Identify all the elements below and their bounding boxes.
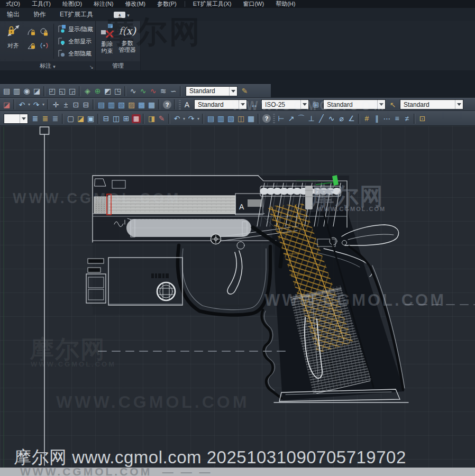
publish-icon[interactable]: ⊞ bbox=[121, 113, 131, 124]
designcenter-icon-2[interactable]: ▥ bbox=[216, 113, 226, 124]
dim-ordinate-icon[interactable]: ⊥ bbox=[306, 113, 316, 124]
plot-preview-icon[interactable]: ◫ bbox=[111, 113, 121, 124]
angular-constraint-icon[interactable] bbox=[25, 25, 38, 39]
combo-arrow-icon[interactable] bbox=[377, 100, 385, 109]
copy-edges-icon[interactable]: ◩ bbox=[103, 86, 113, 96]
intersect-icon[interactable]: ◉ bbox=[22, 86, 32, 96]
tab-output[interactable]: 输出 bbox=[0, 10, 26, 19]
save-file-icon[interactable]: ▣ bbox=[86, 113, 96, 124]
mleader-style-icon[interactable]: ↖ bbox=[388, 99, 398, 110]
symmetric-constraint-icon[interactable] bbox=[38, 39, 51, 52]
union-icon[interactable]: ▤ bbox=[2, 86, 12, 96]
dim-space-icon[interactable]: ≡ bbox=[392, 113, 402, 124]
markup-manager-icon-2[interactable]: ◫ bbox=[236, 113, 246, 124]
layer-combo[interactable] bbox=[4, 114, 28, 124]
designcenter-icon[interactable]: ▥ bbox=[106, 99, 116, 110]
spline-edit-icon[interactable]: ∽ bbox=[168, 86, 178, 96]
dropdown-caret-icon[interactable]: ▾ bbox=[196, 116, 200, 121]
sheetset-manager-icon[interactable]: ▨ bbox=[126, 99, 136, 110]
dim-baseline-icon[interactable]: ∥ bbox=[372, 113, 382, 124]
markup-manager-icon[interactable]: ▩ bbox=[136, 99, 147, 110]
vertical-xline[interactable] bbox=[40, 127, 49, 465]
tool-palettes-icon[interactable]: ▧ bbox=[116, 99, 126, 110]
ribbon-display-toggle[interactable] bbox=[114, 11, 130, 19]
tab-express-tools[interactable]: ET扩展工具 bbox=[53, 10, 100, 19]
align-constraint-button[interactable]: 对齐 bbox=[2, 23, 24, 50]
dim-jogged-icon[interactable]: ∿ bbox=[326, 113, 336, 124]
make-object-layer-current-icon[interactable]: ≣ bbox=[40, 113, 50, 124]
imprint-icon[interactable]: ◈ bbox=[83, 86, 93, 96]
table-style-combo[interactable]: Standard bbox=[323, 99, 386, 109]
toolbar-grip[interactable] bbox=[179, 100, 181, 109]
dialog-launcher-icon[interactable] bbox=[89, 63, 94, 70]
dim-continue-icon[interactable]: ⋯ bbox=[382, 113, 392, 124]
dim-style-icon[interactable]: ↔ bbox=[249, 99, 259, 110]
quick-dim-icon[interactable]: # bbox=[362, 113, 372, 124]
text-style-combo[interactable]: Standard bbox=[194, 99, 247, 109]
pan-icon[interactable]: ✛ bbox=[51, 99, 61, 110]
combo-arrow-icon[interactable] bbox=[20, 114, 28, 123]
fit-spline-icon[interactable]: ∿ bbox=[128, 86, 138, 96]
redo-icon-2[interactable]: ↷ bbox=[186, 113, 196, 124]
dim-break-icon[interactable]: ≠ bbox=[402, 113, 412, 124]
dim-edit-icon[interactable]: ⊡ bbox=[417, 113, 427, 124]
open-file-icon[interactable]: ◪ bbox=[76, 113, 86, 124]
delete-constraints-button[interactable]: 删除 约束 bbox=[98, 23, 116, 54]
plot-style-icon-2[interactable]: ◨ bbox=[147, 113, 157, 124]
subtract-icon[interactable]: ▥ bbox=[12, 86, 22, 96]
quickcalc-icon[interactable]: ▦ bbox=[147, 99, 157, 110]
drawing-canvas[interactable]: A bbox=[0, 126, 475, 476]
layer-previous-icon[interactable]: ≣ bbox=[50, 113, 60, 124]
dim-style-combo[interactable]: ISO-25 bbox=[261, 99, 309, 109]
menu-window[interactable]: 窗口(W) bbox=[237, 0, 270, 8]
show-all-constraints-button[interactable]: 全部显示 bbox=[57, 36, 93, 47]
zoom-window-icon[interactable]: ⊡ bbox=[71, 99, 81, 110]
hide-all-constraints-button[interactable]: 全部隐藏 bbox=[57, 48, 93, 59]
extrude-faces-icon[interactable]: ◪ bbox=[32, 86, 42, 96]
dropdown-caret-icon[interactable]: ▾ bbox=[182, 116, 186, 121]
menu-format[interactable]: 式(O) bbox=[0, 0, 26, 8]
edit-polyline-icon[interactable]: ≋ bbox=[158, 86, 168, 96]
menu-dimension[interactable]: 标注(N) bbox=[88, 0, 119, 8]
tool-palettes-icon-2[interactable]: ▧ bbox=[226, 113, 236, 124]
angle-lock-icon[interactable] bbox=[25, 39, 38, 52]
combo-arrow-icon[interactable] bbox=[455, 100, 463, 109]
zoom-realtime-icon[interactable]: ± bbox=[61, 99, 71, 110]
color-edges-icon[interactable]: ⊕ bbox=[93, 86, 103, 96]
plot-style-icon[interactable]: ◪ bbox=[2, 99, 12, 110]
plot-icon[interactable]: ⊟ bbox=[101, 113, 111, 124]
add-vertex-icon[interactable]: ∿ bbox=[138, 86, 148, 96]
help-icon[interactable]: ? bbox=[163, 100, 171, 109]
firing-pin[interactable] bbox=[305, 186, 313, 209]
undo-icon-2[interactable]: ↶ bbox=[172, 113, 182, 124]
menu-express-tools[interactable]: ET扩展工具(X) bbox=[187, 0, 238, 8]
dim-radius-icon[interactable]: ╱ bbox=[316, 113, 326, 124]
style-combo[interactable]: Standard bbox=[186, 86, 238, 96]
show-hide-constraints-button[interactable]: 显示/隐藏 bbox=[57, 24, 93, 34]
dropdown-caret-icon[interactable]: ▾ bbox=[27, 102, 31, 107]
undo-icon[interactable]: ↶ bbox=[17, 99, 27, 110]
dim-angular-icon[interactable]: ∠ bbox=[346, 113, 357, 124]
recoil-spring[interactable] bbox=[114, 218, 249, 237]
page-setup-icon[interactable]: ✎ bbox=[157, 113, 167, 124]
dim-aligned-icon[interactable]: ↗ bbox=[286, 113, 296, 124]
text-style-icon[interactable]: A bbox=[182, 99, 192, 110]
remove-vertex-icon[interactable]: ∿ bbox=[148, 86, 158, 96]
dim-linear-icon[interactable]: ⊢ bbox=[276, 113, 286, 124]
combo-arrow-icon[interactable] bbox=[229, 87, 237, 96]
quickcalc-icon-2[interactable]: ▦ bbox=[246, 113, 256, 124]
offset-faces-icon[interactable]: ◱ bbox=[57, 86, 67, 96]
dropdown-caret-icon[interactable]: ▾ bbox=[41, 102, 45, 107]
tab-collaborate[interactable]: 协作 bbox=[26, 10, 53, 19]
redo-icon[interactable]: ↷ bbox=[31, 99, 41, 110]
mleader-style-combo[interactable]: Standard bbox=[400, 99, 463, 109]
menu-help[interactable]: 帮助(H) bbox=[270, 0, 301, 8]
taper-faces-icon[interactable]: ◲ bbox=[67, 86, 77, 96]
menu-parametric[interactable]: 参数(P) bbox=[151, 0, 182, 8]
help-icon-2[interactable]: ? bbox=[262, 114, 271, 123]
properties-icon[interactable]: ▤ bbox=[96, 99, 106, 110]
new-file-icon[interactable]: ▢ bbox=[66, 113, 76, 124]
properties-icon-2[interactable]: ▤ bbox=[206, 113, 216, 124]
move-faces-icon[interactable]: ◰ bbox=[47, 86, 57, 96]
manage-panel-label[interactable]: 管理 bbox=[96, 61, 140, 70]
